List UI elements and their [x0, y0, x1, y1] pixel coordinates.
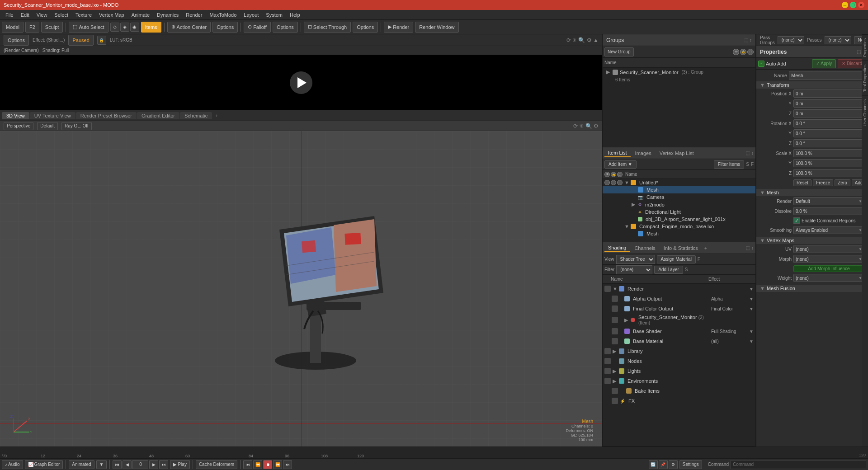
eye-lights[interactable]	[604, 368, 611, 374]
items-button[interactable]: Items	[141, 22, 161, 33]
expand-4[interactable]: ▶	[632, 202, 636, 207]
shader-row-baseshader[interactable]: Base Shader Full Shading ▼	[603, 326, 755, 336]
sculpt-button[interactable]: Sculpt	[41, 22, 63, 33]
tab-images[interactable]: Images	[632, 150, 655, 157]
value-rot-x[interactable]: 0.0 °	[793, 119, 864, 127]
auto-add-checkbox[interactable]: ✓	[758, 61, 764, 67]
shader-row-basematerial[interactable]: Base Material (all) ▼	[603, 336, 755, 346]
item-eye-1[interactable]	[604, 180, 610, 185]
item-lock-1[interactable]	[611, 180, 616, 185]
item-mesh-sub[interactable]: Mesh	[603, 230, 755, 237]
tab-channels[interactable]: Channels	[631, 244, 659, 252]
misc-2[interactable]: 📌	[659, 460, 668, 469]
eye-nodes[interactable]	[604, 358, 611, 364]
eye-library[interactable]	[604, 348, 611, 354]
value-scale-x[interactable]: 100.0 %	[793, 149, 864, 157]
rewind-button[interactable]: ⏮	[113, 460, 122, 469]
prev-frame-button[interactable]: ◀	[123, 460, 132, 469]
expand-library[interactable]: ▶	[613, 348, 617, 354]
tab-uv-texture[interactable]: UV Texture View	[30, 112, 75, 119]
eye-environments[interactable]	[604, 378, 611, 384]
item-disp-1[interactable]	[617, 180, 623, 185]
add-layer-button[interactable]: Add Layer	[654, 266, 683, 274]
tab-item-list[interactable]: Item List	[604, 149, 631, 157]
value-rot-y[interactable]: 0.0 °	[793, 129, 864, 137]
graph-editor-button[interactable]: 📈 Graph Editor	[25, 460, 63, 469]
add-item-button[interactable]: Add Item ▼	[604, 160, 637, 169]
eye-fx[interactable]	[612, 398, 618, 404]
transport-2[interactable]: ⏪	[253, 460, 262, 469]
viewport-3d[interactable]: X Y Z Mesh Channels: 0 Deformers: ON GL:…	[0, 131, 602, 446]
menu-layout[interactable]: Layout	[240, 11, 262, 19]
eye-finalcolor[interactable]	[612, 306, 618, 312]
dropdown-alpha[interactable]: ▼	[749, 296, 754, 301]
cache-deformers-button[interactable]: Cache Deformers	[196, 460, 237, 469]
value-pos-x[interactable]: 0 m	[793, 89, 864, 98]
eye-render[interactable]	[604, 286, 611, 292]
vis-icon-3[interactable]: ⬚	[747, 49, 754, 55]
eye-alpha[interactable]	[612, 296, 618, 302]
mode-icon-2[interactable]: ◈	[120, 23, 129, 32]
expand-render[interactable]: ▼	[613, 286, 617, 291]
close-button[interactable]: ✕	[858, 2, 864, 8]
shader-row-fx[interactable]: ⚡ FX	[603, 396, 755, 406]
action-center-button[interactable]: ⊕ Action Center	[167, 22, 211, 33]
value-render[interactable]: Default ▼	[793, 197, 864, 205]
filter-items-button[interactable]: Filter Items	[714, 160, 744, 169]
shader-row-alpha[interactable]: Alpha Output Alpha ▼	[603, 294, 755, 304]
expand-1[interactable]: ▼	[624, 180, 629, 185]
value-rot-z[interactable]: 0.0 °	[793, 139, 864, 147]
value-dissolve[interactable]: 0.0 %	[793, 207, 864, 215]
menu-system[interactable]: System	[262, 11, 286, 19]
audio-button[interactable]: ♪ Audio	[2, 460, 23, 469]
options-button-2[interactable]: Options	[273, 22, 298, 33]
shader-row-render[interactable]: ▼ Render ▼	[603, 284, 755, 294]
value-pos-y[interactable]: 0 m	[793, 99, 864, 108]
value-smoothing[interactable]: Always Enabled ▼	[793, 226, 864, 234]
expand-arrow[interactable]: ▶	[606, 69, 611, 75]
add-panel-button[interactable]: +	[704, 245, 707, 251]
options-button-1[interactable]: Options	[212, 22, 238, 33]
filter-select[interactable]: (none)	[616, 265, 652, 274]
add-tab-button[interactable]: +	[212, 112, 221, 119]
eye-scanner[interactable]	[612, 317, 618, 323]
transport-4[interactable]: ⏩	[273, 460, 282, 469]
transport-5[interactable]: ⏭	[283, 460, 292, 469]
reset-button[interactable]: Reset	[793, 179, 811, 186]
default-btn[interactable]: Default	[37, 122, 58, 130]
render-button[interactable]: ▶ Render	[384, 22, 413, 33]
transport-1[interactable]: ⏮	[243, 460, 252, 469]
tab-vertex-map[interactable]: Vertex Map List	[656, 150, 698, 157]
select-through-button[interactable]: ⊡ Select Through	[304, 22, 351, 33]
menu-select[interactable]: Select	[51, 11, 72, 19]
frame-input[interactable]	[132, 460, 148, 469]
minimize-button[interactable]: ─	[842, 2, 848, 8]
lock-icon[interactable]: 🔒	[97, 36, 106, 45]
dropdown-basematerial[interactable]: ▼	[749, 339, 754, 344]
tab-info-statistics[interactable]: Info & Statistics	[660, 244, 702, 252]
pass-groups-select[interactable]: (none)	[778, 36, 804, 44]
item-dirlight[interactable]: ☀ Directional Light	[603, 208, 755, 216]
transform-title[interactable]: ▼ Transform	[756, 81, 868, 89]
render-window-button[interactable]: Render Window	[415, 22, 458, 33]
mode-icon-1[interactable]: ◇	[110, 23, 119, 32]
vis-icon-2[interactable]: 🔒	[740, 49, 746, 55]
menu-file[interactable]: File	[2, 11, 17, 19]
side-tab-user-channels[interactable]: User Channels	[862, 95, 868, 130]
next-frame-button[interactable]: ▶	[149, 460, 158, 469]
menu-texture[interactable]: Texture	[72, 11, 95, 19]
value-weight[interactable]: (none) ▼	[793, 274, 864, 282]
eye-baseshader[interactable]	[612, 328, 618, 334]
item-mesh-1[interactable]: Mesh	[603, 186, 755, 193]
shading-expand[interactable]: ⬚ ↕	[746, 245, 754, 250]
preview-options[interactable]: Options	[4, 35, 29, 46]
name-input[interactable]	[789, 71, 864, 80]
item-compact[interactable]: ▼ Compact_Engine_modo_base.lxo	[603, 223, 755, 230]
value-uv[interactable]: (none) ▼	[793, 245, 864, 253]
maximize-button[interactable]: □	[850, 2, 856, 8]
new-group-button[interactable]: New Group	[604, 47, 634, 56]
tab-schematic[interactable]: Schematic	[180, 112, 212, 119]
tab-render-preset[interactable]: Render Preset Browser	[76, 112, 137, 119]
menu-render[interactable]: Render	[182, 11, 206, 19]
side-tab-tool-properties[interactable]: Tool Properties	[862, 61, 868, 95]
